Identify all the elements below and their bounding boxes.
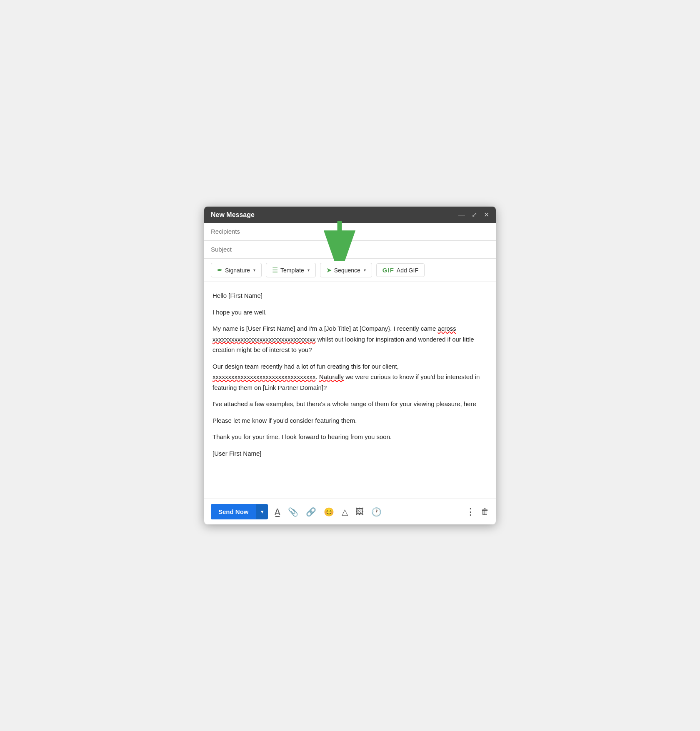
sequence-button[interactable]: ➤ Sequence ▾ [320,263,372,277]
body-line5: I've attached a few examples, but there'… [212,399,488,409]
attach-icon[interactable]: 📎 [288,507,298,517]
body-line4: Our design team recently had a lot of fu… [212,361,488,393]
image-icon[interactable]: 🖼 [355,507,364,516]
format-text-icon[interactable]: A̲ [275,507,280,517]
close-button[interactable]: ✕ [484,211,489,219]
more-options-icon[interactable]: ⋮ [466,506,475,517]
link-icon[interactable]: 🔗 [306,507,316,517]
send-button-group: Send Now ▾ [211,504,268,519]
body-line1: Hello [First Name] [212,290,488,301]
template-icon: ☰ [272,266,278,274]
body-line7: Thank you for your time. I look forward … [212,432,488,442]
subject-input[interactable] [211,246,489,253]
maximize-button[interactable]: ⤢ [472,211,477,219]
template-button[interactable]: ☰ Template ▾ [266,263,316,277]
email-body[interactable]: Hello [First Name] I hope you are well. … [204,282,496,499]
minimize-button[interactable]: — [458,211,465,219]
drive-icon[interactable]: △ [342,507,348,517]
sequence-icon: ➤ [326,266,332,274]
footer-icons: A̲ 📎 🔗 😊 △ 🖼 🕐 [275,507,459,517]
footer: Send Now ▾ A̲ 📎 🔗 😊 △ 🖼 🕐 ⋮ 🗑 [204,499,496,524]
add-gif-button[interactable]: GIF Add GIF [376,263,425,277]
send-now-button[interactable]: Send Now [211,504,256,519]
add-gif-label: Add GIF [397,267,418,274]
body-line3: My name is [User First Name] and I'm a [… [212,323,488,355]
schedule-icon[interactable]: 🕐 [371,507,382,517]
toolbar: ✒ Signature ▾ ☰ Template ▾ ➤ Sequence ▾ … [204,259,496,282]
signature-label: Signature [225,267,250,274]
footer-right-icons: ⋮ 🗑 [466,506,489,517]
window-title: New Message [211,211,255,219]
body-naturally: Naturally [319,373,344,380]
template-label: Template [280,267,304,274]
body-line2: I hope you are well. [212,307,488,318]
send-dropdown-button[interactable]: ▾ [256,504,268,519]
gif-icon: GIF [382,267,394,274]
signature-icon: ✒ [217,266,222,274]
signature-dropdown-arrow: ▾ [253,268,255,272]
recipients-input[interactable] [211,228,489,235]
template-dropdown-arrow: ▾ [308,268,310,272]
body-line8: [User First Name] [212,448,488,459]
subject-row [204,241,496,259]
window-controls: — ⤢ ✕ [458,211,489,219]
delete-icon[interactable]: 🗑 [481,507,489,516]
recipients-row [204,223,496,241]
body-link2: xxxxxxxxxxxxxxxxxxxxxxxxxxxxxxxxx [212,373,316,380]
title-bar: New Message — ⤢ ✕ [204,207,496,223]
sequence-dropdown-arrow: ▾ [364,268,366,272]
sequence-label: Sequence [334,267,360,274]
signature-button[interactable]: ✒ Signature ▾ [211,263,262,277]
emoji-icon[interactable]: 😊 [324,507,334,517]
body-line6: Please let me know if you'd consider fea… [212,415,488,426]
compose-window: New Message — ⤢ ✕ ✒ Signature ▾ ☰ Templa… [204,207,496,524]
